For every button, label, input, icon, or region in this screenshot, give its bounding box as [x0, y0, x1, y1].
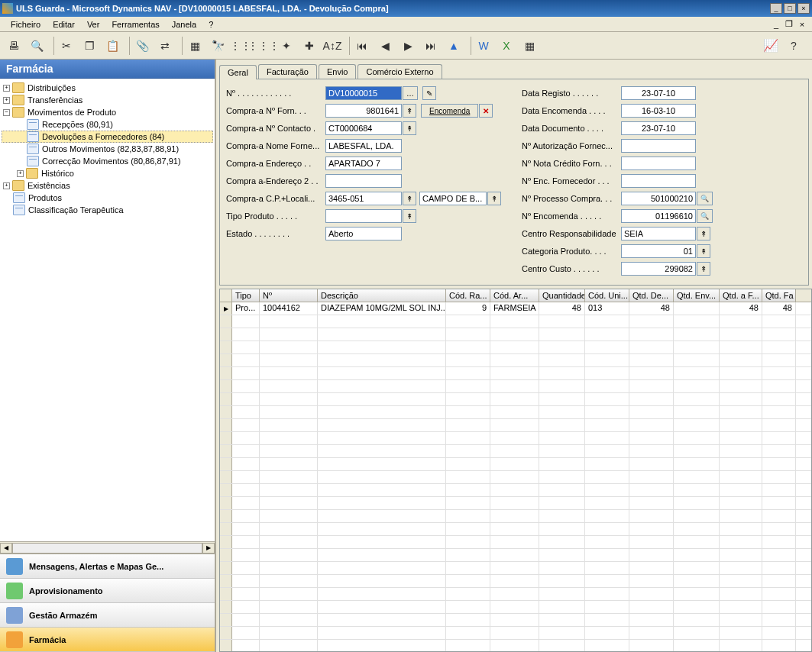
- table-cell[interactable]: [260, 523, 318, 535]
- table-cell[interactable]: [260, 445, 318, 457]
- last-icon[interactable]: ⏭: [422, 37, 440, 55]
- table-cell[interactable]: [762, 315, 796, 328]
- table-cell[interactable]: [762, 471, 796, 483]
- column-header[interactable]: Qtd. Env...: [674, 289, 720, 302]
- scroll-right-icon[interactable]: ▶: [202, 543, 215, 554]
- table-cell[interactable]: [318, 510, 446, 522]
- table-cell[interactable]: [585, 445, 629, 457]
- table-cell[interactable]: [490, 575, 539, 587]
- table-cell[interactable]: [232, 588, 260, 600]
- tree-item[interactable]: −Movimentos de Produto: [2, 106, 213, 118]
- table-cell[interactable]: [260, 471, 318, 483]
- table-cell[interactable]: [260, 536, 318, 548]
- row-selector[interactable]: [220, 432, 232, 444]
- lookup-icon[interactable]: 🔍: [697, 209, 713, 223]
- table-cell[interactable]: [674, 588, 720, 600]
- column-header[interactable]: Cód. Ar...: [490, 289, 539, 302]
- table-cell[interactable]: [674, 484, 720, 496]
- print-icon[interactable]: 🖶: [5, 37, 23, 55]
- table-cell[interactable]: [446, 367, 490, 379]
- table-cell[interactable]: [720, 549, 762, 561]
- table-cell[interactable]: [720, 575, 762, 587]
- table-cell[interactable]: [260, 354, 318, 366]
- table-cell[interactable]: [318, 393, 446, 405]
- table-cell[interactable]: [446, 588, 490, 600]
- form-input[interactable]: [621, 174, 696, 188]
- nav-tree[interactable]: +Distribuições+Transferências−Movimentos…: [0, 79, 215, 541]
- table-cell[interactable]: [490, 614, 539, 626]
- table-row[interactable]: [220, 341, 811, 354]
- table-cell[interactable]: [260, 432, 318, 444]
- table-cell[interactable]: [720, 367, 762, 379]
- row-selector[interactable]: [220, 419, 232, 431]
- encomenda-button[interactable]: Encomenda: [421, 104, 478, 118]
- form-input[interactable]: [621, 157, 696, 170]
- table-cell[interactable]: [762, 588, 796, 600]
- column-header[interactable]: Quantidade: [539, 289, 585, 302]
- table-cell[interactable]: [490, 315, 539, 328]
- table-cell[interactable]: [232, 614, 260, 626]
- table-cell[interactable]: [674, 315, 720, 328]
- table-cell[interactable]: [318, 471, 446, 483]
- table-cell[interactable]: [490, 341, 539, 353]
- column-header[interactable]: Qtd. Fa: [762, 289, 796, 302]
- row-selector[interactable]: [220, 354, 232, 366]
- table-cell[interactable]: [585, 484, 629, 496]
- menu-item[interactable]: ?: [202, 18, 219, 31]
- lookup-arrow-icon[interactable]: ↟: [403, 104, 416, 118]
- hyperlink-icon[interactable]: ⇄: [156, 37, 174, 55]
- table-cell[interactable]: [490, 523, 539, 535]
- table-cell[interactable]: [318, 497, 446, 509]
- table-cell[interactable]: [232, 445, 260, 457]
- table-cell[interactable]: [539, 328, 585, 341]
- table-cell[interactable]: [674, 575, 720, 587]
- table-cell[interactable]: [720, 393, 762, 405]
- table-cell[interactable]: [318, 445, 446, 457]
- table-cell[interactable]: Pro...: [232, 302, 260, 315]
- row-selector[interactable]: [220, 380, 232, 392]
- table-cell[interactable]: [490, 367, 539, 379]
- table-cell[interactable]: [490, 380, 539, 392]
- row-selector[interactable]: [220, 367, 232, 379]
- table-cell[interactable]: [260, 575, 318, 587]
- table-cell[interactable]: FARMSEIA: [490, 302, 539, 315]
- table-cell[interactable]: [232, 627, 260, 639]
- table-cell[interactable]: [232, 328, 260, 341]
- table-cell[interactable]: [674, 510, 720, 522]
- nav-button[interactable]: Aprovisionamento: [0, 579, 215, 603]
- table-cell[interactable]: [674, 614, 720, 626]
- lookup-arrow-icon[interactable]: ↟: [697, 244, 710, 258]
- table-cell[interactable]: [629, 315, 674, 328]
- table-cell[interactable]: [720, 614, 762, 626]
- table-cell[interactable]: [490, 458, 539, 470]
- table-cell[interactable]: [762, 432, 796, 444]
- table-cell[interactable]: [762, 484, 796, 496]
- menu-item[interactable]: Ver: [81, 18, 106, 31]
- table-row[interactable]: [220, 523, 811, 536]
- lookup-arrow-icon[interactable]: ↟: [487, 192, 501, 205]
- table-cell[interactable]: [539, 341, 585, 353]
- table-cell[interactable]: [762, 419, 796, 431]
- table-cell[interactable]: [629, 562, 674, 574]
- table-cell[interactable]: [674, 354, 720, 366]
- table-cell[interactable]: [260, 627, 318, 639]
- row-selector[interactable]: [220, 536, 232, 548]
- table-cell[interactable]: [446, 458, 490, 470]
- table-cell[interactable]: [629, 497, 674, 509]
- form-input[interactable]: [325, 121, 402, 135]
- table-cell[interactable]: [260, 367, 318, 379]
- preview-icon[interactable]: 🔍: [27, 37, 46, 55]
- table-cell[interactable]: [490, 510, 539, 522]
- tree-item[interactable]: +Histórico: [2, 167, 213, 179]
- table-cell[interactable]: [232, 562, 260, 574]
- row-selector[interactable]: [220, 458, 232, 470]
- table-cell[interactable]: [260, 510, 318, 522]
- table-cell[interactable]: [232, 523, 260, 535]
- table-row[interactable]: [220, 432, 811, 445]
- toggle-mark-icon[interactable]: ✚: [300, 37, 319, 55]
- form-input[interactable]: [325, 86, 402, 100]
- table-cell[interactable]: [539, 406, 585, 418]
- table-cell[interactable]: [539, 484, 585, 496]
- cut-icon[interactable]: ✂: [57, 37, 76, 55]
- table-cell[interactable]: [318, 523, 446, 535]
